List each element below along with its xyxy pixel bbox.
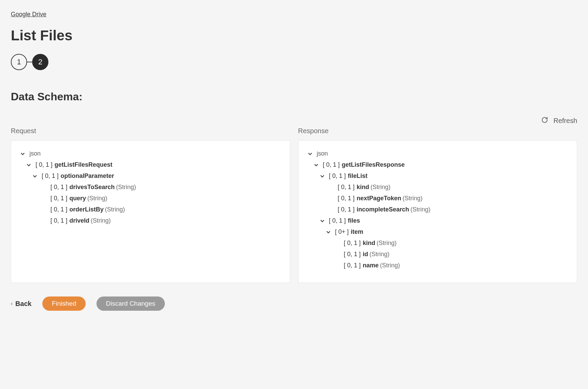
tree-leaf[interactable]: [ 0, 1 ]name (String)	[335, 262, 568, 269]
finished-button[interactable]: Finished	[42, 296, 86, 311]
response-root: json	[317, 150, 328, 157]
response-l1-name[interactable]: getListFilesResponse	[342, 161, 405, 168]
step-connector	[27, 62, 32, 62]
response-label: Response	[298, 127, 578, 135]
refresh-label: Refresh	[553, 117, 577, 125]
tree-leaf[interactable]: [ 0, 1 ]id (String)	[335, 251, 568, 258]
cardinality: [ 0, 1 ]	[36, 161, 52, 168]
toggle-response-item[interactable]	[326, 230, 332, 234]
tree-leaf[interactable]: [ 0, 1 ]incompleteSearch (String)	[329, 206, 568, 213]
tree-leaf[interactable]: [ 0, 1 ]driveId (String)	[42, 217, 280, 224]
leaf-name: orderListBy	[69, 206, 104, 213]
leaf-name: name	[363, 262, 379, 269]
request-panel: Request json [ 0, 1 ] getListFilesReques…	[11, 127, 290, 283]
stepper: 1 2	[11, 54, 577, 70]
breadcrumb-link[interactable]: Google Drive	[11, 11, 46, 18]
request-label: Request	[11, 127, 290, 135]
leaf-name: id	[363, 251, 368, 258]
cardinality: [ 0, 1 ]	[42, 172, 59, 180]
cardinality: [ 0, 1 ]	[50, 217, 67, 224]
cardinality: [ 0, 1 ]	[50, 195, 67, 202]
leaf-type: (String)	[87, 195, 107, 202]
cardinality: [ 0, 1 ]	[323, 161, 340, 168]
cardinality: [ 0, 1 ]	[329, 217, 346, 224]
tree-leaf[interactable]: [ 0, 1 ]drivesToSearch (String)	[42, 184, 280, 191]
refresh-icon	[541, 117, 548, 125]
tree-leaf[interactable]: [ 0, 1 ]kind (String)	[335, 240, 568, 247]
back-link[interactable]: ‹ Back	[11, 300, 31, 308]
discard-button[interactable]: Discard Changes	[96, 296, 165, 311]
leaf-type: (String)	[371, 184, 391, 191]
cardinality: [ 0, 1 ]	[50, 206, 67, 213]
toggle-response-l2[interactable]	[320, 174, 326, 178]
leaf-name: incompleteSearch	[357, 206, 409, 213]
back-label: Back	[15, 300, 31, 308]
leaf-type: (String)	[380, 262, 400, 269]
toggle-response-root[interactable]	[308, 152, 314, 156]
cardinality: [ 0, 1 ]	[338, 184, 355, 191]
request-l2-name[interactable]: optionalParameter	[61, 172, 114, 180]
response-files-name[interactable]: files	[348, 217, 360, 224]
toggle-response-files[interactable]	[320, 219, 326, 223]
cardinality: [ 0, 1 ]	[329, 172, 346, 180]
response-panel: Response json [ 0, 1 ] getListFilesRespo…	[298, 127, 578, 283]
step-2[interactable]: 2	[32, 54, 48, 70]
toggle-response-l1[interactable]	[314, 163, 320, 167]
tree-leaf[interactable]: [ 0, 1 ]query (String)	[42, 195, 280, 202]
cardinality: [ 0+ ]	[335, 228, 349, 236]
tree-leaf[interactable]: [ 0, 1 ]kind (String)	[329, 184, 568, 191]
leaf-type: (String)	[370, 251, 390, 258]
cardinality: [ 0, 1 ]	[338, 206, 355, 213]
request-root: json	[29, 150, 41, 157]
leaf-name: driveId	[69, 217, 89, 224]
tree-leaf[interactable]: [ 0, 1 ]orderListBy (String)	[42, 206, 280, 213]
cardinality: [ 0, 1 ]	[344, 240, 361, 247]
page-title: List Files	[11, 27, 577, 44]
chevron-left-icon: ‹	[11, 301, 13, 307]
leaf-name: nextPageToken	[357, 195, 401, 202]
leaf-type: (String)	[402, 195, 422, 202]
leaf-type: (String)	[377, 240, 397, 247]
refresh-button[interactable]: Refresh	[541, 117, 577, 125]
cardinality: [ 0, 1 ]	[338, 195, 355, 202]
request-l1-name[interactable]: getListFilesRequest	[55, 161, 112, 168]
cardinality: [ 0, 1 ]	[344, 262, 361, 269]
cardinality: [ 0, 1 ]	[50, 184, 67, 191]
leaf-type: (String)	[105, 206, 125, 213]
leaf-type: (String)	[411, 206, 431, 213]
toggle-request-root[interactable]	[21, 152, 27, 156]
toggle-request-l2[interactable]	[33, 174, 39, 178]
leaf-name: kind	[363, 240, 375, 247]
response-l2-name[interactable]: fileList	[348, 172, 368, 180]
toggle-request-l1[interactable]	[27, 163, 33, 167]
cardinality: [ 0, 1 ]	[344, 251, 361, 258]
leaf-type: (String)	[116, 184, 136, 191]
leaf-name: drivesToSearch	[69, 184, 115, 191]
leaf-name: query	[69, 195, 86, 202]
response-item-name[interactable]: item	[351, 228, 363, 236]
tree-leaf[interactable]: [ 0, 1 ]nextPageToken (String)	[329, 195, 568, 202]
leaf-name: kind	[357, 184, 369, 191]
leaf-type: (String)	[91, 217, 111, 224]
step-1[interactable]: 1	[11, 54, 27, 70]
section-title: Data Schema:	[11, 90, 577, 103]
